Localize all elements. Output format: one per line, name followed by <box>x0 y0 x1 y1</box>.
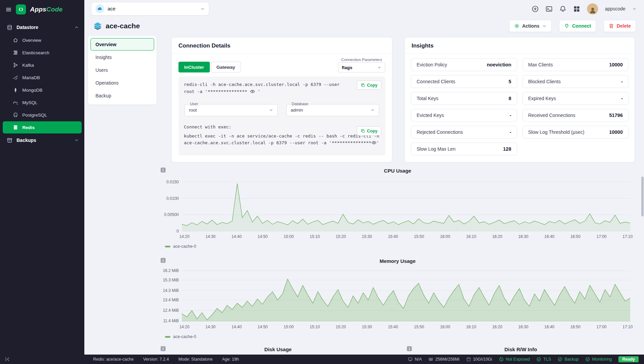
namespace-select[interactable]: ace <box>91 2 209 16</box>
svg-text:15:00: 15:00 <box>284 234 294 239</box>
metric-value: 8 <box>508 96 511 101</box>
resource-n-a: N/A <box>408 357 422 362</box>
database-icon <box>7 25 12 30</box>
metric-rejected-connections: Rejected Connections- <box>411 126 517 139</box>
cli-command: redis-cli -h ace-cache.ace.svc.cluster.l… <box>184 81 345 95</box>
copy-exec-button[interactable]: Copy <box>357 126 381 135</box>
tab-insights[interactable]: Insights <box>90 51 154 63</box>
condition-label: TLS <box>543 357 551 362</box>
copy-cli-button[interactable]: Copy <box>357 81 381 90</box>
sidebar-item-label: Overview <box>22 38 41 43</box>
sidebar-section-label: Datastore <box>17 25 74 30</box>
connect-button[interactable]: Connect <box>559 20 596 32</box>
database-select[interactable]: Database admin <box>286 104 380 116</box>
metric-label: Received Connections <box>528 113 576 118</box>
svg-text:16:20: 16:20 <box>492 234 502 239</box>
user-select[interactable]: User root <box>185 104 278 116</box>
eye-icon[interactable] <box>371 140 376 145</box>
metric-slow-log-max-len: Slow Log Max Len128 <box>411 143 517 155</box>
svg-text:16:00: 16:00 <box>440 234 450 239</box>
metric-total-keys: Total Keys8 <box>411 92 517 105</box>
svg-text:0.0100: 0.0100 <box>166 196 179 201</box>
collapse-sidebar-icon[interactable] <box>5 357 10 362</box>
notifications-bell-icon[interactable] <box>559 5 566 12</box>
terminal-icon[interactable] <box>545 5 553 12</box>
apps-grid-icon[interactable] <box>573 5 580 12</box>
mongodb-icon <box>13 87 18 93</box>
metric-label: Rejected Connections <box>417 129 463 135</box>
svg-text:16:20: 16:20 <box>492 325 502 329</box>
redis-icon <box>13 125 18 130</box>
status-bar-left: Redis: ace/ace-cacheVersion: 7.2.4Mode: … <box>93 355 239 364</box>
info-icon[interactable] <box>160 257 166 263</box>
connection-parameters-value: flags <box>342 65 353 70</box>
create-plus-icon[interactable] <box>532 5 539 12</box>
mode-gateway-button[interactable]: Gateway <box>211 62 241 72</box>
svg-text:17:00: 17:00 <box>596 325 607 329</box>
check-circle-icon <box>585 357 590 362</box>
connection-parameters-select[interactable]: flags <box>338 62 385 72</box>
sidebar-item-elasticsearch[interactable]: Elasticsearch <box>3 47 82 59</box>
metric-label: Max Clients <box>528 62 553 67</box>
sidebar-item-label: Elasticsearch <box>22 50 49 55</box>
check-circle-icon <box>536 357 541 362</box>
status-version: Version: 7.2.4 <box>143 357 169 362</box>
trash-icon <box>609 23 614 29</box>
sidebar-section-datastore[interactable]: Datastore <box>0 21 84 34</box>
sidebar-item-mongodb[interactable]: MongoDB <box>3 84 82 96</box>
sidebar-item-kafka[interactable]: Kafka <box>3 59 82 71</box>
legend-label: ace-cache-0 <box>173 334 196 339</box>
status-redis: Redis: ace/ace-cache <box>93 357 134 362</box>
tab-users[interactable]: Users <box>90 64 154 76</box>
namespace-value: ace <box>108 6 197 11</box>
svg-text:15:20: 15:20 <box>336 325 346 329</box>
home-icon <box>13 37 18 43</box>
appscode-logo-text[interactable]: AppsCode <box>30 6 63 13</box>
connect-button-label: Connect <box>572 23 591 29</box>
metric-label: Evicted Keys <box>417 113 444 118</box>
metric-label: Connected Clients <box>417 79 455 84</box>
memory-icon <box>428 357 433 362</box>
info-icon[interactable] <box>160 346 166 352</box>
sidebar-item-postgresql[interactable]: PostgreSQL <box>3 109 82 121</box>
metric-value: 10000 <box>609 129 623 135</box>
subnav-card: OverviewInsightsUsersOperationsBackup <box>88 35 157 105</box>
user-menu-label[interactable]: appscode <box>605 6 625 11</box>
condition-not-exposed: Not Exposed <box>499 357 530 362</box>
tab-operations[interactable]: Operations <box>90 77 154 89</box>
actions-button[interactable]: Actions <box>509 20 552 32</box>
hamburger-menu-icon[interactable] <box>5 6 12 13</box>
svg-text:0.00500: 0.00500 <box>164 212 179 217</box>
svg-text:14:40: 14:40 <box>231 325 242 329</box>
sidebar-item-redis[interactable]: Redis <box>3 121 82 133</box>
chart-plot: 11.4 MiB12.4 MiB13.4 MiB14.3 MiB15.3 MiB… <box>160 267 635 333</box>
chevron-down-icon[interactable] <box>632 7 637 11</box>
svg-text:11.4 MiB: 11.4 MiB <box>163 318 179 323</box>
svg-text:16:50: 16:50 <box>570 325 581 329</box>
appscode-logo-icon[interactable] <box>16 4 26 14</box>
sidebar-section-backups[interactable]: Backups <box>0 134 84 147</box>
tab-backup[interactable]: Backup <box>90 89 154 102</box>
metric-label: Expired Keys <box>528 96 556 101</box>
info-icon[interactable] <box>407 346 412 352</box>
legend-swatch <box>165 246 170 247</box>
metric-label: Total Keys <box>417 96 439 101</box>
scrollbar-thumb[interactable] <box>641 177 644 216</box>
metric-max-clients: Max Clients10000 <box>523 58 629 71</box>
avatar[interactable] <box>587 3 598 14</box>
disk-rw-info-chart: Disk R/W Info <box>407 346 635 355</box>
eye-icon[interactable] <box>250 89 255 94</box>
delete-button[interactable]: Delete <box>604 20 636 32</box>
svg-text:16.2 MiB: 16.2 MiB <box>163 268 179 273</box>
sidebar-item-mysql[interactable]: MySQL <box>3 96 82 109</box>
svg-text:0: 0 <box>176 229 179 234</box>
tab-overview[interactable]: Overview <box>90 38 154 51</box>
page-header: ace-cache Actions Connect Delete <box>93 20 636 32</box>
svg-text:15:50: 15:50 <box>414 325 424 329</box>
mode-incluster-button[interactable]: InCluster <box>178 62 210 72</box>
info-icon[interactable] <box>160 167 166 173</box>
svg-text:16:10: 16:10 <box>466 234 476 239</box>
sidebar-item-mariadb[interactable]: MariaDB <box>3 71 82 84</box>
sidebar-item-overview[interactable]: Overview <box>3 34 82 46</box>
sidebar-item-label: MySQL <box>22 100 37 105</box>
